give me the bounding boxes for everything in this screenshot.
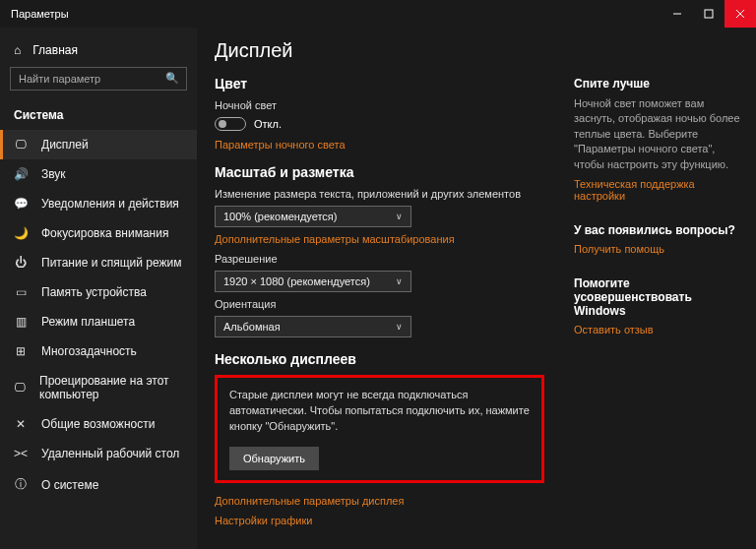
resolution-label: Разрешение	[215, 253, 548, 265]
night-light-settings-link[interactable]: Параметры ночного света	[215, 139, 548, 151]
minimize-button[interactable]	[662, 0, 693, 28]
sidebar-item-label: Общие возможности	[41, 417, 155, 431]
sidebar-item-shared[interactable]: ✕Общие возможности	[0, 409, 197, 439]
sidebar-item-remote[interactable]: ><Удаленный рабочий стол	[0, 439, 197, 468]
sidebar-item-label: Память устройства	[41, 285, 147, 299]
sidebar-item-label: Дисплей	[41, 138, 89, 152]
titlebar: Параметры	[0, 0, 756, 28]
advanced-scaling-link[interactable]: Дополнительные параметры масштабирования	[215, 233, 548, 245]
graphics-settings-link[interactable]: Настройки графики	[215, 515, 548, 526]
section-label: Система	[0, 102, 197, 130]
sidebar-item-label: Питание и спящий режим	[41, 256, 182, 270]
sidebar-item-storage[interactable]: ▭Память устройства	[0, 277, 197, 307]
focus-icon: 🌙	[14, 226, 28, 240]
right-pane: Спите лучше Ночной свет поможет вам засн…	[564, 28, 756, 549]
detect-button[interactable]: Обнаружить	[229, 447, 319, 470]
storage-icon: ▭	[14, 285, 28, 299]
sidebar-item-label: Уведомления и действия	[41, 197, 179, 211]
close-button[interactable]	[724, 0, 756, 28]
shared-icon: ✕	[14, 417, 28, 431]
search-icon: 🔍	[165, 72, 179, 85]
detect-highlight-box: Старые дисплеи могут не всегда подключат…	[215, 375, 544, 483]
maximize-button[interactable]	[693, 0, 724, 28]
get-help-link[interactable]: Получить помощь	[574, 243, 742, 255]
scale-label: Изменение размера текста, приложений и д…	[215, 188, 548, 200]
search-input[interactable]	[10, 67, 187, 91]
sidebar-item-label: Звук	[41, 167, 66, 181]
sidebar-item-label: О системе	[41, 478, 98, 492]
detect-text: Старые дисплеи могут не всегда подключат…	[229, 388, 530, 435]
sidebar-item-focus[interactable]: 🌙Фокусировка внимания	[0, 218, 197, 248]
orientation-label: Ориентация	[215, 298, 548, 310]
feedback-heading: Помогите усовершенствовать Windows	[574, 276, 742, 318]
sidebar-item-sound[interactable]: 🔊Звук	[0, 159, 197, 189]
sidebar-item-projecting[interactable]: 🖵Проецирование на этот компьютер	[0, 366, 197, 409]
remote-icon: ><	[14, 447, 28, 460]
questions-heading: У вас появились вопросы?	[574, 223, 742, 237]
section-color-heading: Цвет	[215, 76, 548, 92]
orientation-select[interactable]: Альбомная ∨	[215, 316, 411, 337]
power-icon: ⏻	[14, 256, 28, 270]
sidebar-item-label: Фокусировка внимания	[41, 226, 168, 240]
sidebar-item-label: Удаленный рабочий стол	[41, 447, 179, 460]
section-multi-heading: Несколько дисплеев	[215, 351, 548, 367]
chevron-down-icon: ∨	[396, 276, 403, 286]
orientation-value: Альбомная	[223, 321, 281, 333]
display-icon: 🖵	[14, 138, 28, 152]
window-title: Параметры	[0, 8, 69, 20]
sidebar-item-label: Проецирование на этот компьютер	[39, 374, 183, 401]
scale-select[interactable]: 100% (рекомендуется) ∨	[215, 206, 411, 227]
chevron-down-icon: ∨	[396, 212, 403, 221]
main-content: Дисплей Цвет Ночной свет Откл. Параметры…	[197, 28, 564, 549]
tip-sleep-text: Ночной свет поможет вам заснуть, отображ…	[574, 96, 742, 172]
sound-icon: 🔊	[14, 167, 28, 181]
resolution-value: 1920 × 1080 (рекомендуется)	[223, 275, 370, 287]
projecting-icon: 🖵	[14, 381, 26, 395]
multitasking-icon: ⊞	[14, 344, 28, 358]
chevron-down-icon: ∨	[396, 322, 403, 332]
sidebar-item-display[interactable]: 🖵Дисплей	[0, 130, 197, 159]
night-light-label: Ночной свет	[215, 99, 548, 111]
section-scale-heading: Масштаб и разметка	[215, 164, 548, 180]
sidebar-item-tablet[interactable]: ▥Режим планшета	[0, 307, 197, 336]
tip-sleep-heading: Спите лучше	[574, 77, 742, 91]
advanced-display-link[interactable]: Дополнительные параметры дисплея	[215, 495, 548, 507]
night-light-toggle[interactable]	[215, 117, 246, 131]
about-icon: ⓘ	[14, 476, 28, 493]
resolution-select[interactable]: 1920 × 1080 (рекомендуется) ∨	[215, 271, 411, 292]
sidebar: ⌂ Главная 🔍 Система 🖵Дисплей🔊Звук💬Уведом…	[0, 28, 197, 549]
sidebar-item-label: Многозадачность	[41, 344, 137, 358]
home-label: Главная	[32, 43, 78, 57]
sidebar-item-multitasking[interactable]: ⊞Многозадачность	[0, 336, 197, 366]
home-link[interactable]: ⌂ Главная	[0, 37, 197, 67]
sidebar-item-about[interactable]: ⓘО системе	[0, 468, 197, 501]
home-icon: ⌂	[14, 43, 21, 57]
tip-sleep-link[interactable]: Техническая поддержка настройки	[574, 178, 742, 202]
sidebar-item-notifications[interactable]: 💬Уведомления и действия	[0, 189, 197, 218]
night-light-state: Откл.	[254, 118, 282, 130]
tablet-icon: ▥	[14, 315, 28, 329]
feedback-link[interactable]: Оставить отзыв	[574, 324, 742, 336]
scale-value: 100% (рекомендуется)	[223, 211, 337, 222]
notifications-icon: 💬	[14, 197, 28, 211]
sidebar-item-label: Режим планшета	[41, 315, 135, 329]
sidebar-item-power[interactable]: ⏻Питание и спящий режим	[0, 248, 197, 277]
nav-list: 🖵Дисплей🔊Звук💬Уведомления и действия🌙Фок…	[0, 130, 197, 501]
svg-rect-1	[705, 10, 713, 18]
page-title: Дисплей	[215, 39, 548, 62]
